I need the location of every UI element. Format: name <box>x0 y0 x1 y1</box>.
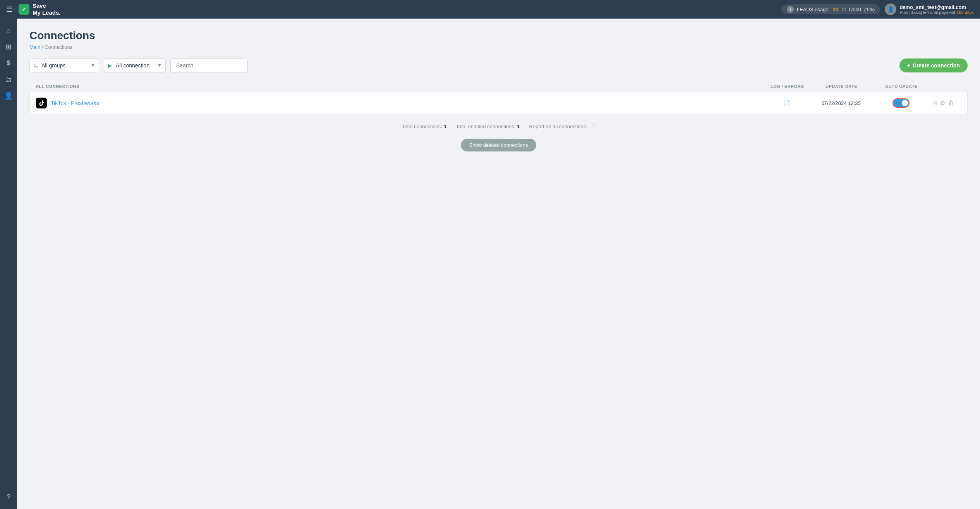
connections-list: TikTok - Freshworks 📄 07/22/2024 12:35 <box>29 92 968 114</box>
logo-icon: ✓ <box>19 4 29 15</box>
connection-link[interactable]: TikTok - Freshworks <box>36 98 767 108</box>
leads-total: 5'000 <box>849 7 861 12</box>
auto-update-toggle[interactable] <box>892 98 910 108</box>
col-header-log: LOG / ERRORS <box>768 84 807 89</box>
create-connection-label: Create connection <box>913 62 960 69</box>
col-header-connections: ALL CONNECTIONS <box>36 84 768 89</box>
log-document-icon[interactable]: 📄 <box>784 100 790 106</box>
logo-text: Save My Leads. <box>33 2 61 16</box>
connection-name-text: TikTok - Freshworks <box>51 100 99 106</box>
connection-actions: ⎘ ⚙ 🗑 <box>926 100 961 107</box>
report-stat: Report on all connections: 📄 <box>529 124 595 129</box>
sidebar-item-account[interactable]: 👤 <box>1 88 16 103</box>
delete-icon[interactable]: 🗑 <box>948 100 954 107</box>
show-deleted-button[interactable]: Show deleted connections <box>461 139 537 151</box>
plus-icon: + <box>907 62 910 69</box>
connection-update-date: 07/22/2024 12:35 <box>806 100 876 106</box>
breadcrumb-separator: / <box>42 44 45 50</box>
create-connection-button[interactable]: + Create connection <box>899 58 968 72</box>
hamburger-icon[interactable]: ☰ <box>6 5 12 14</box>
connection-name-col: TikTok - Freshworks <box>36 98 767 108</box>
toolbar: 🗂 All groups ▼ ▶ All connection ▼ <box>29 58 968 72</box>
settings-icon[interactable]: ⚙ <box>940 100 945 107</box>
leads-pct: (1%) <box>864 7 875 12</box>
toggle-track <box>893 99 909 107</box>
sidebar-item-connections[interactable]: ⊞ <box>1 40 16 54</box>
user-details: demo_sml_test@gmail.com Plan |Basic| lef… <box>899 4 974 15</box>
user-info-nav[interactable]: 👤 demo_sml_test@gmail.com Plan |Basic| l… <box>885 3 974 15</box>
connection-filter-wrapper: ▶ All connection ▼ <box>104 58 166 72</box>
groups-filter[interactable]: All groups <box>29 58 99 72</box>
breadcrumb-home[interactable]: Main <box>29 44 40 50</box>
copy-icon[interactable]: ⎘ <box>933 100 937 107</box>
sidebar-item-home[interactable]: ⌂ <box>1 23 16 38</box>
toggle-thumb <box>902 100 908 106</box>
sidebar-item-templates[interactable]: 🗂 <box>1 72 16 87</box>
leads-of: of <box>842 7 846 12</box>
breadcrumb: Main / Connections <box>29 44 968 50</box>
leads-used: 31 <box>833 7 838 12</box>
tiktok-icon <box>36 98 47 108</box>
sidebar-item-billing[interactable]: $ <box>1 56 16 71</box>
footer-stats: Total connections: 1 Total enabled conne… <box>29 117 968 136</box>
topnav: ☰ ✓ Save My Leads. i LEADS usage: 31 of … <box>0 0 980 19</box>
info-icon: i <box>787 6 794 13</box>
table-row: TikTok - Freshworks 📄 07/22/2024 12:35 <box>29 92 968 114</box>
table-header: ALL CONNECTIONS LOG / ERRORS UPDATE DATE… <box>29 81 968 92</box>
total-connections-stat: Total connections: 1 <box>402 124 446 129</box>
connection-filter[interactable]: All connection <box>104 58 166 72</box>
col-header-auto: AUTO UPDATE <box>876 84 927 89</box>
left-sidebar: ⌂ ⊞ $ 🗂 👤 ? <box>0 19 17 509</box>
col-header-update: UPDATE DATE <box>807 84 876 89</box>
user-plan: Plan |Basic| left until payment 163 days <box>899 10 974 15</box>
page-title: Connections <box>29 29 968 42</box>
groups-filter-wrapper: 🗂 All groups ▼ <box>29 58 99 72</box>
connection-auto-update <box>876 98 926 108</box>
report-icon[interactable]: 📄 <box>589 124 595 129</box>
user-email: demo_sml_test@gmail.com <box>899 4 974 10</box>
leads-usage: i LEADS usage: 31 of 5'000 (1%) <box>781 4 880 14</box>
main-content: Connections Main / Connections 🗂 All gro… <box>17 19 980 509</box>
sidebar-item-help[interactable]: ? <box>1 490 16 504</box>
connection-log: 📄 <box>767 100 806 106</box>
logo: ✓ Save My Leads. <box>19 2 61 16</box>
breadcrumb-current: Connections <box>45 44 72 50</box>
avatar: 👤 <box>885 3 896 15</box>
total-enabled-stat: Total enabled connections: 1 <box>456 124 520 129</box>
search-input[interactable] <box>170 58 248 72</box>
